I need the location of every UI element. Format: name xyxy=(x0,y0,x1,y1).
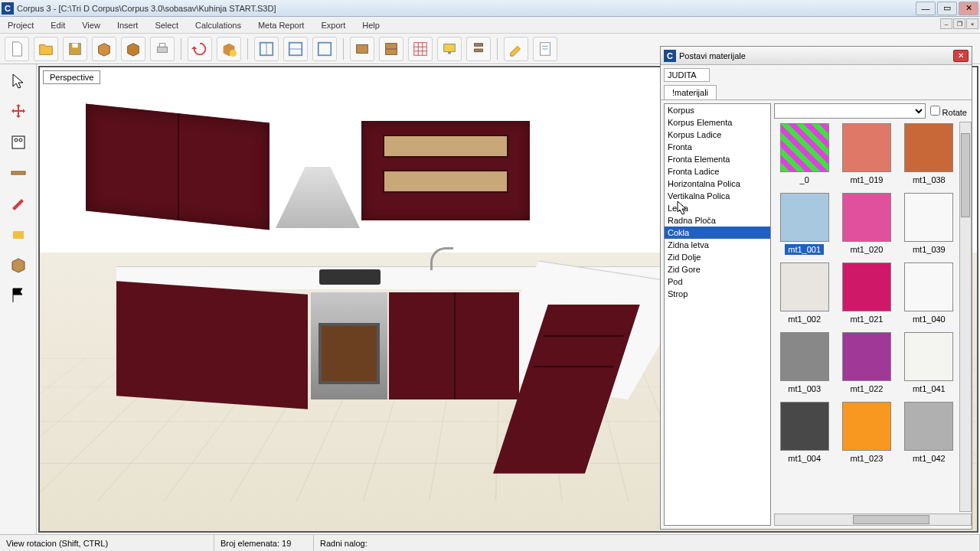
material-swatch[interactable]: mt1_039 xyxy=(900,193,958,255)
element-item[interactable]: Vertikalna Polica xyxy=(665,190,770,202)
window-title: Corpus 3 - [C:\Tri D Corpus\Corpus 3.0\s… xyxy=(17,4,916,13)
material-swatch[interactable]: mt1_019 xyxy=(838,123,895,185)
svg-rect-13 xyxy=(414,42,427,55)
status-bar: View rotacion (Shift, CTRL) Broj elemena… xyxy=(0,534,980,551)
box1-icon[interactable] xyxy=(92,37,116,61)
panel-tab-materials[interactable]: !materijali xyxy=(664,85,717,99)
shelf-icon[interactable] xyxy=(6,161,31,185)
material-swatch[interactable]: mt1_003 xyxy=(776,332,833,394)
menu-export[interactable]: Export xyxy=(318,19,348,31)
material-swatch[interactable]: mt1_022 xyxy=(838,332,895,394)
menu-view[interactable]: View xyxy=(79,19,103,31)
grid-icon[interactable] xyxy=(408,37,433,61)
menu-edit[interactable]: Edit xyxy=(47,19,68,31)
element-list[interactable]: KorpusKorpus ElementaKorpus LadiceFronta… xyxy=(664,103,771,526)
panel-titlebar: C Postavi materijale ✕ xyxy=(661,47,972,65)
tool5-icon[interactable] xyxy=(466,37,491,61)
left-toolbar xyxy=(0,64,37,534)
move-icon[interactable] xyxy=(6,99,31,124)
menu-project[interactable]: Project xyxy=(5,19,37,31)
element-item[interactable]: Zid Dolje xyxy=(665,251,770,263)
svg-rect-3 xyxy=(159,43,165,47)
mdi-minimize[interactable]: – xyxy=(940,18,952,29)
panel-app-icon: C xyxy=(664,50,676,62)
gold-icon[interactable] xyxy=(6,222,31,246)
element-item[interactable]: Zid Gore xyxy=(665,263,770,276)
menu-calculations[interactable]: Calculations xyxy=(192,19,244,31)
element-item[interactable]: Ledja xyxy=(665,202,770,214)
element-item[interactable]: Fronta xyxy=(665,141,770,153)
app-icon: C xyxy=(2,2,14,15)
element-item[interactable]: Pod xyxy=(665,276,770,288)
svg-point-4 xyxy=(230,49,237,56)
rotate-checkbox[interactable]: Rotate xyxy=(930,106,967,117)
panel-title-text: Postavi materijale xyxy=(679,51,953,60)
new-icon[interactable] xyxy=(5,37,29,61)
material-swatch[interactable]: mt1_038 xyxy=(900,123,958,185)
report-icon[interactable] xyxy=(533,37,557,61)
box2-icon[interactable] xyxy=(121,37,145,61)
element-item[interactable]: Fronta Ladice xyxy=(665,165,770,178)
layout1-icon[interactable] xyxy=(254,37,279,61)
material-swatch[interactable]: mt1_002 xyxy=(776,262,833,324)
mdi-restore[interactable]: ❐ xyxy=(953,18,965,29)
status-element-count: Broj elemenata: 19 xyxy=(214,535,314,551)
material-swatch[interactable]: mt1_041 xyxy=(900,332,958,394)
open-icon[interactable] xyxy=(34,37,58,61)
svg-rect-18 xyxy=(444,44,456,51)
undo-icon[interactable] xyxy=(188,37,212,61)
menu-select[interactable]: Select xyxy=(152,19,181,31)
element-item[interactable]: Horizontalna Polica xyxy=(665,178,770,190)
cursor-icon[interactable] xyxy=(6,69,31,93)
print-icon[interactable] xyxy=(150,37,175,61)
panel-close-button[interactable]: ✕ xyxy=(953,50,969,62)
stove-icon[interactable] xyxy=(6,130,31,155)
material-dropdown[interactable] xyxy=(774,103,926,119)
element-item[interactable]: Korpus xyxy=(665,104,770,116)
boxwarn-icon[interactable] xyxy=(217,37,241,61)
element-item[interactable]: Zidna letva xyxy=(665,239,770,251)
element-item[interactable]: Fronta Elementa xyxy=(665,153,770,165)
material-hscroll[interactable] xyxy=(774,514,972,526)
element-item[interactable]: Cokla xyxy=(665,227,770,239)
svg-rect-26 xyxy=(11,171,25,174)
material-vscroll[interactable] xyxy=(959,122,972,512)
pencil-icon[interactable] xyxy=(6,191,31,216)
screen-icon[interactable] xyxy=(437,37,462,61)
svg-rect-27 xyxy=(13,231,24,239)
svg-rect-23 xyxy=(12,136,24,148)
minimize-button[interactable]: — xyxy=(916,2,936,15)
svg-rect-1 xyxy=(72,43,77,47)
window-titlebar: C Corpus 3 - [C:\Tri D Corpus\Corpus 3.0… xyxy=(0,0,980,17)
close-button[interactable]: ✕ xyxy=(959,2,978,15)
svg-rect-2 xyxy=(158,47,168,52)
edit-icon[interactable] xyxy=(504,37,528,61)
menu-help[interactable]: Help xyxy=(359,19,383,31)
element-item[interactable]: Korpus Elementa xyxy=(665,116,770,129)
layout3-icon[interactable] xyxy=(312,37,337,61)
material-swatch[interactable]: mt1_042 xyxy=(900,402,958,464)
menu-insert[interactable]: Insert xyxy=(114,19,142,31)
svg-rect-10 xyxy=(357,44,368,53)
element-item[interactable]: Strop xyxy=(665,288,770,300)
panel-name-field[interactable] xyxy=(664,68,710,82)
mdi-close[interactable]: × xyxy=(966,18,978,29)
material-swatch[interactable]: _0 xyxy=(776,123,833,185)
material-swatch[interactable]: mt1_040 xyxy=(900,262,958,324)
menu-bar: Project Edit View Insert Select Calculat… xyxy=(0,17,980,34)
element1-icon[interactable] xyxy=(350,37,374,61)
save-icon[interactable] xyxy=(63,37,87,61)
material-swatch[interactable]: mt1_020 xyxy=(838,193,895,255)
material-swatch[interactable]: mt1_021 xyxy=(838,262,895,324)
maximize-button[interactable]: ▭ xyxy=(937,2,957,15)
package-icon[interactable] xyxy=(6,253,31,277)
element-item[interactable]: Radna Ploča xyxy=(665,214,770,227)
element-item[interactable]: Korpus Ladice xyxy=(665,129,770,141)
material-swatch[interactable]: mt1_004 xyxy=(776,402,833,464)
material-swatch[interactable]: mt1_001 xyxy=(776,193,833,255)
material-swatch[interactable]: mt1_023 xyxy=(838,402,895,464)
layout2-icon[interactable] xyxy=(283,37,308,61)
menu-meta-report[interactable]: Meta Report xyxy=(255,19,308,31)
flag-icon[interactable] xyxy=(6,283,31,308)
element2-icon[interactable] xyxy=(379,37,403,61)
